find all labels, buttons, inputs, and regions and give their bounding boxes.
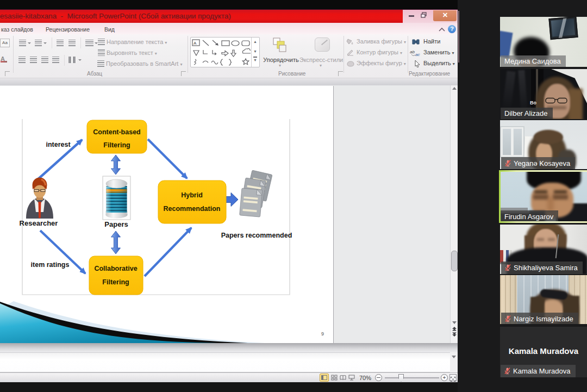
- svg-text:Papers: Papers: [104, 220, 128, 228]
- svg-text:ab: ab: [410, 49, 415, 54]
- svg-text:A: A: [193, 41, 197, 46]
- svg-text:Content-based: Content-based: [93, 128, 141, 136]
- svg-text:Papers recommended: Papers recommended: [221, 232, 292, 239]
- svg-text:Hybrid: Hybrid: [181, 191, 203, 199]
- svg-text:Recommendation: Recommendation: [164, 205, 221, 213]
- svg-text:9: 9: [321, 331, 324, 337]
- svg-text:Filtering: Filtering: [103, 141, 130, 149]
- svg-text:interest: interest: [46, 141, 71, 148]
- svg-text:Collaborative: Collaborative: [94, 265, 137, 272]
- svg-text:Filtering: Filtering: [102, 278, 129, 286]
- svg-text:item ratings: item ratings: [31, 261, 70, 269]
- svg-text:Researcher: Researcher: [20, 219, 58, 227]
- svg-text:ac: ac: [415, 52, 420, 57]
